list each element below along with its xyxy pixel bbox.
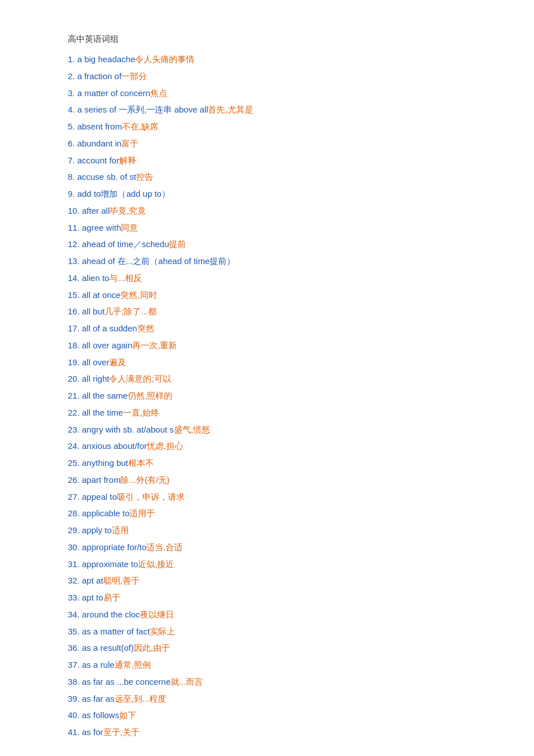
list-item: 41. as for至于,关于 [68,724,500,740]
item-english: a matter of concern [77,88,150,98]
item-chinese: 夜以继日 [140,610,174,619]
item-chinese: 通常,照例 [115,660,151,669]
item-number: 8. [68,172,77,182]
item-number: 13. [68,256,82,266]
item-number: 16. [68,306,82,316]
item-number: 41. [68,727,82,737]
item-english: anything but [82,458,128,468]
item-chinese: 除...外(有/无) [120,475,170,485]
item-english: applicable to [82,508,129,518]
item-number: 36. [68,643,82,653]
list-item: 23. angry with sb. at/about s盛气,愤怒 [68,422,500,438]
list-item: 1. a big headache令人头痛的事情 [68,51,500,67]
list-item: 27. appeal to吸引，申诉，请求 [68,489,500,505]
item-number: 22. [68,408,82,417]
item-number: 2. [68,71,77,81]
item-number: 39. [68,694,82,703]
item-number: 29. [68,525,82,535]
list-item: 26. apart from除...外(有/无) [68,472,500,488]
list-item: 34. around the cloc夜以继日 [68,607,500,623]
list-item: 11. agree with同意 [68,220,500,236]
list-item: 30. appropriate for/to适当,合适 [68,539,500,555]
item-chinese: 遍及 [109,357,126,367]
list-item: 15. all at once突然,同时 [68,287,500,303]
item-number: 14. [68,273,82,283]
item-english: apply to [82,525,112,535]
item-chinese: 毕竟,究竟 [110,206,146,215]
item-number: 6. [68,139,77,148]
item-chinese: 突然 [137,323,154,333]
list-item: 12. ahead of time／schedu提前 [68,236,500,252]
item-chinese: 再一次,重新 [132,340,177,350]
item-chinese: 同意 [121,223,138,232]
item-english: all right [82,374,109,383]
item-english: all at once [82,290,120,300]
item-english: all but [82,306,105,316]
item-number: 3. [68,88,77,98]
list-item: 19. all over遍及 [68,355,500,370]
item-chinese: 一部分 [121,71,147,81]
item-chinese: 远至,到...程度 [115,694,167,703]
item-chinese: 富于 [121,139,138,148]
item-english: a big headache [77,54,136,64]
item-number: 27. [68,492,82,502]
item-english: all over again [82,340,132,350]
item-number: 40. [68,710,82,720]
item-english: as a rule [82,660,115,669]
item-chinese: 不在,缺席 [122,122,158,131]
list-item: 5. absent from不在,缺席 [68,119,500,135]
item-chinese: 提前 [169,239,186,249]
item-number: 30. [68,542,82,552]
item-english: as a matter of fact [82,627,150,636]
item-chinese: 突然,同时 [120,290,157,300]
item-english: apt at [82,576,103,585]
item-chinese: 适当,合适 [146,542,183,552]
item-number: 38. [68,677,82,686]
item-english: agree with [82,223,121,232]
item-number: 28. [68,508,82,518]
list-item: 25. anything but根本不 [68,455,500,471]
list-item: 33. apt to易于 [68,590,500,606]
item-chinese: 易于 [103,593,120,602]
list-item: 40. as follows如下 [68,707,500,723]
item-english: all the time [82,408,123,417]
item-chinese: 适用 [112,525,129,535]
list-item: 16. all but几乎;除了...都 [68,304,500,319]
list-item: 9. add to增加（add up to） [68,186,500,202]
item-english: as far as ...be concerne [82,677,171,686]
item-number: 5. [68,122,77,131]
item-number: 33. [68,593,82,602]
list-item: 39. as far as远至,到...程度 [68,691,500,707]
item-english: all over [82,357,109,367]
list-item: 20. all right令人满意的;可以 [68,371,500,387]
item-number: 4. [68,105,77,114]
list-item: 21. all the same仍然,照样的 [68,388,500,404]
list-item: 7. account for解释 [68,153,500,169]
item-number: 35. [68,627,82,636]
item-chinese: 适用于 [129,508,155,518]
item-number: 25. [68,458,82,468]
page-title: 高中英语词组 [68,34,500,45]
item-chinese: 根本不 [128,458,154,468]
item-number: 7. [68,155,77,165]
item-chinese: 就...而言 [171,677,203,686]
list-item: 22. all the time一直,始终 [68,405,500,421]
item-chinese: 实际上 [150,627,175,636]
item-chinese: 解释 [119,155,136,165]
item-number: 12. [68,239,82,249]
vocab-list: 1. a big headache令人头痛的事情2. a fraction of… [68,51,500,740]
item-number: 20. [68,374,82,383]
list-item: 31. approximate to近似,接近 [68,556,500,572]
item-number: 26. [68,475,82,485]
item-english: add to增加（add up to） [77,189,170,198]
item-english: absent from [77,122,122,131]
list-item: 14. alien to与...相反 [68,270,500,286]
item-chinese: 近似,接近 [138,559,174,569]
item-chinese: 控告 [136,172,153,182]
item-number: 31. [68,559,82,569]
item-chinese: 吸引，申诉，请求 [117,492,185,502]
item-chinese: 盛气,愤怒 [174,425,210,434]
item-english: accuse sb. of st [77,172,136,182]
item-chinese: 聪明,善于 [103,576,140,585]
item-english: apart from [82,475,120,485]
